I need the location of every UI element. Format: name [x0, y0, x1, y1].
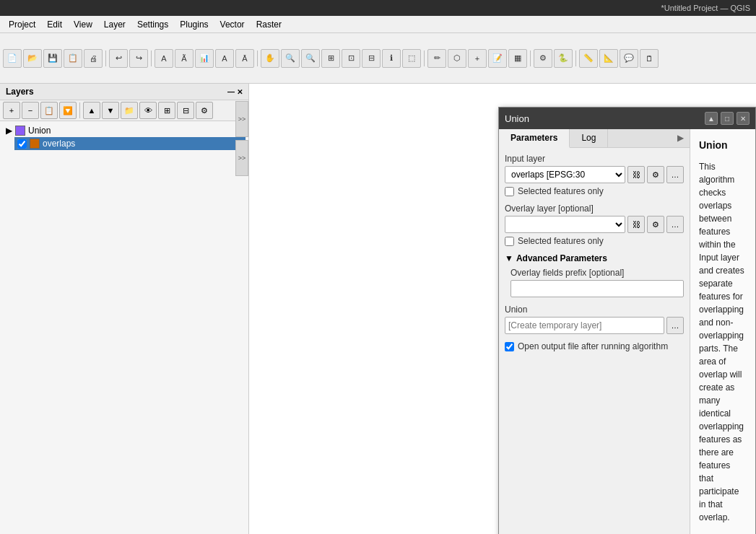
- layers-visibility-btn[interactable]: 👁: [139, 102, 157, 119]
- input-layer-label: Input layer: [505, 154, 684, 164]
- description-para-2: An Overlay layer can also be used, in wh…: [699, 531, 747, 534]
- layers-move-up-btn[interactable]: ▲: [83, 102, 100, 119]
- layers-header-controls: — ✕: [227, 88, 243, 96]
- input-selected-only-checkbox[interactable]: [505, 187, 514, 196]
- layers-title: Layers: [6, 87, 34, 97]
- advanced-section-header[interactable]: ▼ Advanced Parameters: [505, 253, 684, 263]
- input-layer-chain-btn[interactable]: ⛓: [627, 166, 645, 183]
- layers-expand-btn[interactable]: ⊞: [158, 102, 175, 119]
- dialog-overlay: Union ▲ □ ✕ Parameters Log: [498, 100, 756, 534]
- toolbar-label4[interactable]: Ā: [235, 49, 254, 68]
- params-content: Input layer overlaps [EPSG:30 ⛓ ⚙ …: [499, 148, 690, 534]
- dialog-up-btn[interactable]: ▲: [705, 112, 718, 125]
- toolbar-select[interactable]: ⬚: [402, 49, 421, 68]
- union-output-label: Union: [505, 305, 684, 315]
- open-output-checkbox[interactable]: [505, 342, 514, 351]
- toolbar-save[interactable]: 💾: [43, 49, 62, 68]
- toolbar-edit[interactable]: ✏: [427, 49, 446, 68]
- toolbar-zoom-full[interactable]: ⊞: [321, 49, 340, 68]
- menu-project[interactable]: Project: [3, 18, 41, 31]
- toolbar-open[interactable]: 📂: [23, 49, 42, 68]
- union-output-browse-btn[interactable]: …: [666, 317, 684, 334]
- toolbar-measure2[interactable]: 📐: [599, 49, 618, 68]
- toolbar-zoom-sel[interactable]: ⊟: [362, 49, 381, 68]
- toolbar-zoom-out[interactable]: 🔍: [301, 49, 320, 68]
- input-layer-settings-btn[interactable]: ⚙: [647, 166, 664, 183]
- menu-settings[interactable]: Settings: [131, 18, 174, 31]
- tab-log[interactable]: Log: [570, 129, 608, 147]
- overlay-layer-chain-btn[interactable]: ⛓: [627, 216, 645, 233]
- title-bar: *Untitled Project — QGIS: [0, 0, 756, 16]
- overlay-layer-settings-btn[interactable]: ⚙: [647, 216, 664, 233]
- dialog-tab-bar: Parameters Log ▶: [499, 129, 690, 148]
- menu-view[interactable]: View: [68, 18, 98, 31]
- tab-arrow[interactable]: ▶: [672, 129, 690, 147]
- collapse-btn-top[interactable]: >>: [235, 101, 248, 137]
- overlay-layer-select[interactable]: [505, 216, 625, 233]
- toolbar-identify[interactable]: ℹ: [382, 49, 401, 68]
- input-layer-more-btn[interactable]: …: [666, 166, 684, 183]
- toolbar-chart[interactable]: 📊: [195, 49, 214, 68]
- toolbar-save-as[interactable]: 📋: [64, 49, 82, 68]
- menu-vector[interactable]: Vector: [214, 18, 251, 31]
- layers-filter-btn[interactable]: 🔽: [59, 102, 77, 119]
- layers-settings-btn[interactable]: ⚙: [196, 102, 213, 119]
- union-dialog: Union ▲ □ ✕ Parameters Log: [498, 107, 756, 534]
- toolbar-sep-5: [530, 51, 531, 66]
- toolbar-label3[interactable]: A: [215, 49, 234, 68]
- layers-minimize-btn[interactable]: —: [227, 88, 235, 96]
- overlay-layer-row: ⛓ ⚙ …: [505, 216, 684, 233]
- toolbar-pan[interactable]: ✋: [261, 49, 279, 68]
- toolbar-zoom-layer[interactable]: ⊡: [342, 49, 360, 68]
- menu-edit[interactable]: Edit: [41, 18, 68, 31]
- toolbar-measure[interactable]: 📏: [579, 49, 598, 68]
- layers-remove-btn[interactable]: −: [22, 102, 39, 119]
- open-output-row: Open output file after running algorithm: [505, 341, 684, 351]
- union-output-input[interactable]: [505, 317, 664, 334]
- tab-parameters[interactable]: Parameters: [499, 129, 570, 148]
- layers-move-down-btn[interactable]: ▼: [102, 102, 119, 119]
- dialog-close-btn[interactable]: ✕: [737, 112, 750, 125]
- dialog-title-bar: Union ▲ □ ✕: [499, 108, 755, 129]
- layer-group-union[interactable]: ▶ Union ⊞: [3, 124, 246, 137]
- menu-raster[interactable]: Raster: [251, 18, 287, 31]
- menu-bar: Project Edit View Layer Settings Plugins…: [0, 16, 756, 33]
- toolbar-zoom-in[interactable]: 🔍: [281, 49, 300, 68]
- toolbar-sel2[interactable]: ▦: [508, 49, 527, 68]
- toolbar-label2[interactable]: Ã: [175, 49, 194, 68]
- overlay-layer-more-btn[interactable]: …: [666, 216, 684, 233]
- toolbar-annotation[interactable]: 💬: [620, 49, 638, 68]
- menu-plugins[interactable]: Plugins: [174, 18, 214, 31]
- layer-label: overlaps: [43, 139, 75, 149]
- layers-group-btn[interactable]: 📁: [121, 102, 138, 119]
- overlay-selected-only-checkbox[interactable]: [505, 237, 514, 246]
- toolbar-attr[interactable]: 📝: [488, 49, 507, 68]
- layer-item-overlaps[interactable]: overlaps: [14, 137, 246, 150]
- dialog-maximize-btn[interactable]: □: [721, 112, 734, 125]
- toolbar-sep-6: [575, 51, 576, 66]
- toolbar-undo[interactable]: ↩: [109, 49, 128, 68]
- layers-collapse-btn[interactable]: ⊟: [177, 102, 194, 119]
- toolbar-print[interactable]: 🖨: [84, 49, 103, 68]
- toolbar-digitize[interactable]: ⬡: [448, 49, 466, 68]
- union-output-row: …: [505, 317, 684, 334]
- collapse-btn-bottom[interactable]: >>: [235, 140, 248, 176]
- layer-polygon-icon: [30, 139, 40, 149]
- layer-visibility-checkbox[interactable]: [17, 139, 27, 149]
- toolbar-python[interactable]: 🐍: [554, 49, 573, 68]
- menu-layer[interactable]: Layer: [98, 18, 131, 31]
- input-layer-select[interactable]: overlaps [EPSG:30: [505, 166, 625, 183]
- overlay-prefix-input[interactable]: [510, 280, 684, 297]
- toolbar-redo[interactable]: ↪: [129, 49, 148, 68]
- toolbar-add-pt[interactable]: +: [468, 49, 487, 68]
- layers-add-btn[interactable]: +: [3, 102, 20, 119]
- toolbar-annotation2[interactable]: 🗒: [640, 49, 659, 68]
- toolbar-new[interactable]: 📄: [3, 49, 22, 68]
- layers-open-attr-btn[interactable]: 📋: [40, 102, 58, 119]
- overlay-prefix-group: Overlay fields prefix [optional]: [510, 268, 684, 297]
- toolbar-label[interactable]: A: [155, 49, 173, 68]
- layers-close-btn[interactable]: ✕: [237, 88, 243, 96]
- toolbar-processing[interactable]: ⚙: [534, 49, 552, 68]
- input-selected-only-label: Selected features only: [518, 186, 604, 196]
- layer-children: overlaps: [3, 137, 246, 150]
